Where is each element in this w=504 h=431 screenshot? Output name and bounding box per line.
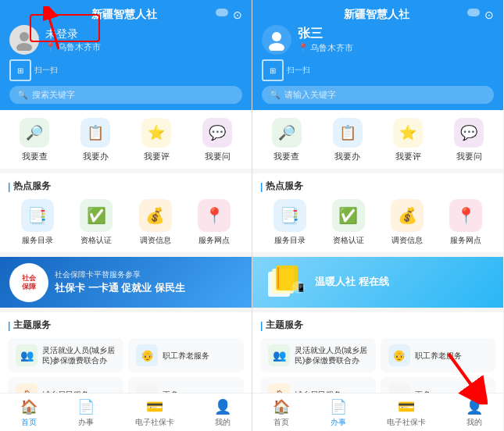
right-card-icon: 💳 [398,398,415,415]
right-nav-card[interactable]: 💳 电子社保卡 [387,398,426,428]
nav-affairs[interactable]: 📄 办事 [77,398,95,428]
right-action-do[interactable]: 📋 我要办 [326,118,369,162]
right-subject-item-3[interactable]: 🏘️ 城乡居民服务 [260,377,376,394]
right-rate-icon: ⭐ [393,118,423,148]
nav-card-label: 电子社保卡 [135,417,174,428]
left-search-bar[interactable]: 🔍 搜索关键字 [9,86,242,104]
right-action-ask-label: 我要问 [456,151,482,162]
right-user-section[interactable]: 张三 📍 乌鲁木齐市 [262,25,494,55]
subject-label-1: 灵活就业人员(城乡居民)参保缴费联合办 [42,345,116,365]
action-ask-label: 我要问 [205,151,231,162]
right-hot-label-1: 服务目录 [274,235,306,246]
subject-item-4[interactable]: ⋯ 更多 [128,377,244,394]
subject-item-3[interactable]: 🏘️ 城乡居民服务 [8,377,123,394]
right-hot-item-1[interactable]: 📑 服务目录 [273,199,306,246]
action-rate[interactable]: ⭐ 我要评 [135,118,178,162]
action-check[interactable]: 🔎 我要查 [13,118,56,162]
svg-text:📱: 📱 [296,283,306,293]
svg-point-3 [16,43,32,51]
notification-icon: ⊙ [233,9,242,21]
hot-item-1[interactable]: 📑 服务目录 [21,199,54,246]
hot-item-4[interactable]: 📍 服务网点 [198,199,231,246]
right-menu-icon [467,9,480,16]
right-action-rate-label: 我要评 [395,151,421,162]
scan-qr-icon: ⊞ [17,66,23,75]
right-check-icon: 🔎 [272,118,302,148]
right-salary-icon: 💰 [391,199,424,232]
mine-icon: 👤 [214,398,231,415]
nav-home-label: 首页 [21,417,37,428]
hot-grid: 📑 服务目录 ✅ 资格认证 💰 调资信息 📍 服务网点 [8,199,244,246]
left-banner[interactable]: 社会保障 社会保障卡平替服务参享 社保卡 一卡通 促就业 保民生 [0,257,252,308]
right-ask-icon: 💬 [454,118,484,148]
right-header-icons: ⊙ [467,9,494,21]
right-nav-affairs[interactable]: 📄 办事 [330,398,347,428]
nav-mine[interactable]: 👤 我的 [214,398,231,428]
scan-box: ⊞ [9,59,31,81]
user-info: 未登录 📍 乌鲁木齐市 [45,27,242,53]
right-nav-mine-label: 我的 [466,417,482,428]
left-header: 新疆智慧人社 ⊙ 未登录 📍 乌鲁木齐市 [0,0,252,110]
left-subject-section: 主题服务 👥 灵活就业人员(城乡居民)参保缴费联合办 👴 职工养老服务 🏘️ 城… [0,312,252,394]
hot-item-3[interactable]: 💰 调资信息 [139,199,172,246]
right-hot-item-3[interactable]: 💰 调资信息 [391,199,424,246]
right-nav-home[interactable]: 🏠 首页 [273,398,290,428]
hot-label-4: 服务网点 [198,235,230,246]
right-hot-section-title: 热点服务 [260,180,495,193]
right-nav-affairs-label: 办事 [331,417,346,428]
scan-section: ⊞ 扫一扫 [9,59,242,81]
right-banner[interactable]: 📱 温暖人社 程在线 [252,257,503,308]
right-pension-icon: 👴 [388,344,410,366]
scan-label: 扫一扫 [34,65,58,76]
action-do-label: 我要办 [83,151,109,162]
right-service-catalog-icon: 📑 [273,199,306,232]
subject-item-2[interactable]: 👴 职工养老服务 [128,338,244,372]
subject-item-1[interactable]: 👥 灵活就业人员(城乡居民)参保缴费联合办 [8,338,123,372]
right-home-icon: 🏠 [273,398,290,415]
banner-text-container: 社会保障卡平替服务参享 社保卡 一卡通 促就业 保民生 [55,269,185,296]
right-banner-text-container: 温暖人社 程在线 [315,275,389,289]
nav-card[interactable]: 💳 电子社保卡 [135,398,174,428]
right-action-check-label: 我要查 [273,151,299,162]
right-action-check[interactable]: 🔎 我要查 [265,118,308,162]
search-placeholder: 搜索关键字 [32,89,75,101]
svg-point-7 [269,43,284,51]
nav-home[interactable]: 🏠 首页 [20,398,38,428]
right-hot-item-4[interactable]: 📍 服务网点 [449,199,482,246]
hot-label-1: 服务目录 [22,235,53,246]
nav-mine-label: 我的 [215,417,231,428]
right-hot-item-2[interactable]: ✅ 资格认证 [332,199,365,246]
right-network-icon: 📍 [449,199,482,232]
svg-rect-11 [277,267,279,289]
right-action-ask[interactable]: 💬 我要问 [448,118,491,162]
right-do-icon: 📋 [333,118,363,148]
quick-actions: 🔎 我要查 📋 我要办 ⭐ 我要评 💬 我要问 [0,110,252,169]
left-content: 🔎 我要查 📋 我要办 ⭐ 我要评 💬 我要问 热点服务 [0,110,252,431]
hot-section-title: 热点服务 [8,180,244,193]
banner-logo: 社会保障 [9,263,48,302]
right-search-bar[interactable]: 🔍 请输入关键字 [262,86,494,104]
action-do[interactable]: 📋 我要办 [74,118,117,162]
right-hot-grid: 📑 服务目录 ✅ 资格认证 💰 调资信息 📍 服务网点 [260,199,495,246]
search-icon: 🔍 [17,90,28,100]
action-ask[interactable]: 💬 我要问 [196,118,239,162]
card-icon: 💳 [146,398,163,415]
right-subject-item-1[interactable]: 👥 灵活就业人员(城乡居民)参保缴费联合办 [260,338,376,372]
network-icon: 📍 [198,199,231,232]
right-scan-qr-icon: ⊞ [270,66,276,75]
right-scan-section: ⊞ 扫一扫 [262,59,494,81]
right-action-rate[interactable]: ⭐ 我要评 [387,118,430,162]
subject-label-2: 职工养老服务 [163,351,209,361]
right-flexible-employment-icon: 👥 [268,344,290,366]
home-icon: 🏠 [20,398,38,415]
do-icon: 📋 [80,118,110,148]
svg-line-5 [449,354,480,397]
right-scan-box: ⊞ [262,59,284,81]
hot-item-2[interactable]: ✅ 资格认证 [80,199,113,246]
hot-services-section: 热点服务 📑 服务目录 ✅ 资格认证 💰 调资信息 📍 [0,173,252,252]
right-notification-icon: ⊙ [484,9,494,21]
red-arrow-up [43,6,74,56]
left-bottom-nav: 🏠 首页 📄 办事 💳 电子社保卡 👤 我的 [0,393,252,431]
right-scan-label: 扫一扫 [287,65,310,76]
left-subject-grid: 👥 灵活就业人员(城乡居民)参保缴费联合办 👴 职工养老服务 🏘️ 城乡居民服务… [8,338,244,394]
